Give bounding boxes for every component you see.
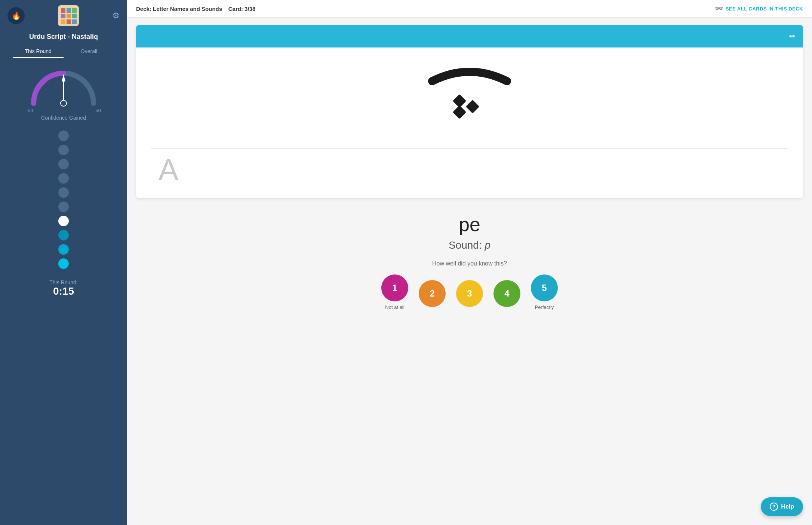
tabs: This Round Overall <box>13 45 114 58</box>
deck-thumbnail <box>58 5 79 26</box>
answer-hint: A <box>159 153 178 187</box>
sound-label: Sound: p <box>142 239 797 251</box>
card-value: 3/38 <box>244 6 255 12</box>
urdu-svg <box>410 59 529 133</box>
gauge-max: 50 <box>96 108 101 113</box>
gauge-wrap <box>26 66 101 107</box>
sidebar: 🔥 ⚙ Urdu Script - Nastaliq This Round Ov… <box>0 0 127 525</box>
help-button[interactable]: ? Help <box>761 497 803 516</box>
logo-icon[interactable]: 🔥 <box>7 7 25 24</box>
gear-icon[interactable]: ⚙ <box>112 11 120 21</box>
card-content: A <box>136 47 803 198</box>
svg-rect-15 <box>453 94 467 108</box>
svg-rect-11 <box>72 19 77 24</box>
see-all-label: SEE ALL CARDS IN THIS DECK <box>726 6 803 12</box>
top-bar: Deck: Letter Names and Sounds Card: 3/38… <box>127 0 812 18</box>
svg-rect-10 <box>67 19 71 24</box>
svg-rect-17 <box>453 105 467 119</box>
svg-rect-4 <box>67 8 71 13</box>
rating-1-wrap: 1 Not at all <box>381 274 408 310</box>
svg-rect-8 <box>72 14 77 18</box>
help-label: Help <box>781 503 794 510</box>
rating-4-wrap: 4 <box>493 280 520 310</box>
deck-name: Letter Names and Sounds <box>153 6 222 12</box>
dot-6 <box>58 202 69 212</box>
svg-rect-16 <box>466 100 480 114</box>
dot-2 <box>58 145 69 155</box>
svg-rect-5 <box>72 8 77 13</box>
rating-3-wrap: 3 <box>456 280 483 310</box>
help-icon: ? <box>770 503 778 511</box>
svg-rect-7 <box>67 14 71 18</box>
round-time: 0:15 <box>49 285 77 297</box>
card-header: ✏ <box>136 25 803 47</box>
card-divider <box>151 148 788 149</box>
round-timer: This Round: 0:15 <box>49 279 77 297</box>
dots-container <box>58 131 69 269</box>
rating-button-2[interactable]: 2 <box>419 280 446 307</box>
sound-value: p <box>485 239 490 251</box>
svg-rect-9 <box>61 19 65 24</box>
glasses-icon: 👓 <box>715 4 723 13</box>
answer-section: pe Sound: p How well did you know this? … <box>127 206 812 320</box>
rating-button-4[interactable]: 4 <box>493 280 520 307</box>
rating-5-wrap: 5 Perfectly <box>531 274 558 310</box>
card-label: Card: <box>228 6 243 12</box>
see-all-link[interactable]: 👓 SEE ALL CARDS IN THIS DECK <box>715 4 803 13</box>
dot-10 <box>58 258 69 269</box>
urdu-character <box>410 59 529 141</box>
dot-9 <box>58 244 69 255</box>
rating-button-3[interactable]: 3 <box>456 280 483 307</box>
main: Deck: Letter Names and Sounds Card: 3/38… <box>127 0 812 525</box>
rating-button-5[interactable]: 5 <box>531 274 558 301</box>
deck-info: Deck: Letter Names and Sounds Card: 3/38 <box>136 6 255 12</box>
dot-7 <box>58 216 69 226</box>
rating-button-1[interactable]: 1 <box>381 274 408 301</box>
confidence-label: Confidence Gained <box>41 115 86 121</box>
rating-question: How well did you know this? <box>142 260 797 267</box>
gauge-container: -50 50 Confidence Gained <box>26 66 101 121</box>
dot-1 <box>58 131 69 141</box>
svg-rect-3 <box>61 8 65 13</box>
romanization: pe <box>142 213 797 236</box>
edit-icon[interactable]: ✏ <box>789 32 796 41</box>
svg-text:🔥: 🔥 <box>12 11 21 20</box>
rating-buttons: 1 Not at all 2 3 4 5 Perfectly <box>142 274 797 310</box>
rating-label-1: Not at all <box>385 304 404 310</box>
dot-4 <box>58 173 69 184</box>
svg-point-13 <box>61 100 67 106</box>
sidebar-header: 🔥 ⚙ <box>0 0 127 31</box>
rating-label-5: Perfectly <box>535 304 554 310</box>
rating-2-wrap: 2 <box>419 280 446 310</box>
gauge-min: -50 <box>26 108 33 113</box>
tab-this-round[interactable]: This Round <box>13 45 64 58</box>
round-label: This Round: <box>49 279 77 285</box>
gauge-labels: -50 50 <box>26 108 101 113</box>
tab-overall[interactable]: Overall <box>64 45 114 58</box>
deck-label: Deck: <box>136 6 151 12</box>
dot-5 <box>58 187 69 198</box>
card-area: ✏ A <box>136 25 803 198</box>
dot-3 <box>58 159 69 169</box>
svg-rect-6 <box>61 14 65 18</box>
dot-8 <box>58 230 69 240</box>
deck-title: Urdu Script - Nastaliq <box>29 33 98 41</box>
